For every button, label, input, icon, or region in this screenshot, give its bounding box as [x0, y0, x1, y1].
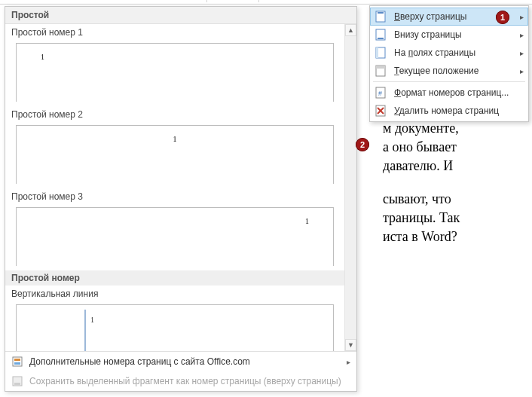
svg-rect-12 [376, 66, 385, 69]
scroll-down-icon[interactable]: ▼ [345, 339, 356, 351]
doc-line: а оно бывает [383, 138, 460, 157]
menu-label: Удалить номера страниц [394, 105, 524, 116]
gallery-body: Простой номер 1 1 Простой номер 2 1 Прос… [5, 24, 356, 351]
menu-label: Текущее положение [394, 66, 512, 76]
page-number-sample: 1 [90, 316, 94, 324]
gallery-item-label: Простой номер 3 [5, 188, 344, 205]
menu-label: Внизу страницы [394, 29, 512, 40]
gallery-item-simple-1[interactable]: 1 [16, 43, 334, 102]
chevron-right-icon: ▸ [520, 13, 524, 21]
footer-save-label: Сохранить выделенный фрагмент как номер … [29, 376, 341, 386]
doc-line: сывают, что [383, 190, 460, 209]
page-top-icon [375, 11, 387, 23]
svg-rect-1 [14, 359, 20, 361]
page-number-gallery: Простой Простой номер 1 1 Простой номер … [5, 6, 357, 392]
callout-badge-2: 2 [356, 138, 369, 151]
menu-separator [373, 81, 525, 82]
gallery-subheader: Простой номер [5, 270, 344, 286]
format-numbers-icon: # [375, 87, 387, 99]
chevron-right-icon: ▸ [520, 67, 524, 75]
doc-line-blank [383, 176, 460, 190]
menu-label: Формат номеров страниц... [394, 87, 524, 98]
page-number-sample: 1 [305, 217, 309, 225]
ribbon-border [0, 0, 532, 5]
vertical-line-icon [84, 310, 86, 351]
more-from-office-com[interactable]: Дополнительные номера страниц с сайта Of… [5, 352, 356, 371]
doc-line: давателю. И [383, 157, 460, 176]
page-margins-icon [375, 47, 387, 59]
chevron-right-icon: ▸ [347, 358, 350, 366]
document-text: м документе, а оно бывает давателю. И сы… [383, 119, 460, 246]
scroll-up-icon[interactable]: ▲ [345, 24, 356, 36]
gallery-item-simple-2[interactable]: 1 [16, 125, 334, 184]
svg-text:#: # [378, 90, 382, 97]
menu-item-bottom-of-page[interactable]: Внизу страницы ▸ [370, 26, 528, 44]
menu-label: На полях страницы [394, 47, 512, 58]
footer-more-label: Дополнительные номера страниц с сайта Of… [29, 356, 250, 367]
svg-rect-0 [13, 357, 22, 366]
gallery-header: Простой [5, 7, 356, 24]
page-bottom-icon [375, 29, 387, 41]
save-fragment-icon [11, 375, 23, 387]
gallery-item-label: Вертикальная линия [5, 286, 344, 302]
save-selection-as-page-number: Сохранить выделенный фрагмент как номер … [5, 371, 356, 391]
menu-item-page-margins[interactable]: На полях страницы ▸ [370, 44, 528, 62]
svg-rect-6 [378, 12, 384, 14]
menu-item-current-position[interactable]: Текущее положение ▸ [370, 62, 528, 80]
current-position-icon [375, 65, 387, 77]
gallery-item-simple-3[interactable]: 1 [16, 207, 334, 266]
svg-rect-8 [378, 38, 384, 39]
svg-rect-2 [14, 362, 20, 365]
menu-label: Вверху страницы [394, 11, 512, 22]
menu-item-format-page-numbers[interactable]: # Формат номеров страниц... [370, 84, 528, 102]
callout-badge-1: 1 [496, 11, 509, 24]
page-number-sample: 1 [41, 53, 44, 61]
chevron-right-icon: ▸ [520, 31, 524, 39]
gallery-scrollbar[interactable]: ▲ ▼ [344, 24, 356, 351]
svg-rect-10 [376, 47, 378, 58]
gallery-item-label: Простой номер 1 [5, 24, 344, 41]
gallery-item-label: Простой номер 2 [5, 106, 344, 123]
doc-line: иста в Word? [383, 228, 460, 246]
chevron-right-icon: ▸ [520, 49, 524, 57]
gallery-item-vertical-line[interactable]: 1 [16, 304, 334, 351]
remove-numbers-icon [375, 105, 387, 117]
office-icon [11, 356, 23, 368]
gallery-footer: Дополнительные номера страниц с сайта Of… [5, 351, 356, 391]
menu-item-remove-page-numbers[interactable]: Удалить номера страниц [370, 102, 528, 120]
page-number-sample: 1 [173, 135, 177, 143]
svg-rect-4 [14, 383, 20, 385]
doc-line: траницы. Так [383, 209, 460, 228]
ribbon-tab-ghost [206, 0, 259, 2]
